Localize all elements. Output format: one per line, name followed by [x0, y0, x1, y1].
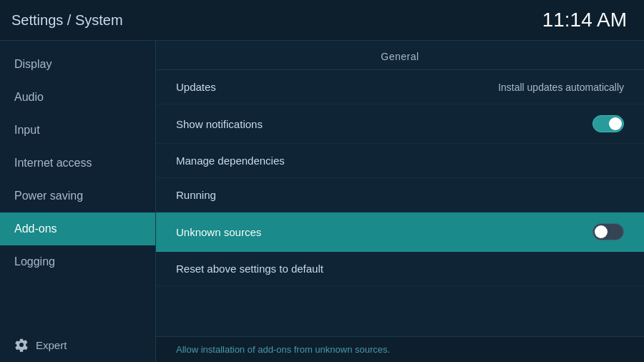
sidebar-item-internet-access[interactable]: Internet access [0, 147, 155, 180]
sidebar-item-display[interactable]: Display [0, 48, 155, 81]
unknown-sources-label: Unknown sources [176, 226, 261, 238]
content-panel: General Updates Install updates automati… [156, 41, 644, 362]
expert-mode-button[interactable]: Expert [0, 328, 155, 362]
show-notifications-label: Show notifications [176, 118, 263, 130]
section-header: General [156, 41, 644, 70]
main-layout: Display Audio Input Internet access Powe… [0, 41, 644, 362]
page-title: Settings / System [11, 12, 123, 29]
clock: 11:14 AM [542, 9, 627, 31]
footer-hint: Allow installation of add-ons from unkno… [156, 336, 644, 362]
settings-row-reset[interactable]: Reset above settings to default [156, 252, 644, 286]
sidebar-item-logging[interactable]: Logging [0, 245, 155, 278]
running-label: Running [176, 189, 216, 201]
unknown-sources-toggle[interactable] [592, 223, 624, 240]
settings-row-unknown-sources[interactable]: Unknown sources [156, 212, 644, 252]
show-notifications-toggle[interactable] [592, 115, 624, 132]
settings-row-updates[interactable]: Updates Install updates automatically [156, 70, 644, 104]
sidebar: Display Audio Input Internet access Powe… [0, 41, 156, 362]
header: Settings / System 11:14 AM [0, 0, 644, 41]
sidebar-item-audio[interactable]: Audio [0, 81, 155, 114]
updates-label: Updates [176, 81, 216, 93]
settings-row-show-notifications[interactable]: Show notifications [156, 104, 644, 144]
settings-list: Updates Install updates automatically Sh… [156, 70, 644, 336]
sidebar-item-input[interactable]: Input [0, 114, 155, 147]
updates-value: Install updates automatically [498, 82, 624, 93]
settings-row-manage-dependencies[interactable]: Manage dependencies [156, 144, 644, 178]
settings-row-running[interactable]: Running [156, 178, 644, 212]
reset-label: Reset above settings to default [176, 263, 323, 275]
toggle-knob-unknown [595, 225, 608, 238]
toggle-knob [609, 117, 622, 130]
expert-label: Expert [36, 339, 67, 351]
gear-icon [14, 338, 29, 352]
sidebar-item-add-ons[interactable]: Add-ons [0, 212, 155, 245]
manage-dependencies-label: Manage dependencies [176, 155, 285, 167]
sidebar-item-power-saving[interactable]: Power saving [0, 180, 155, 212]
